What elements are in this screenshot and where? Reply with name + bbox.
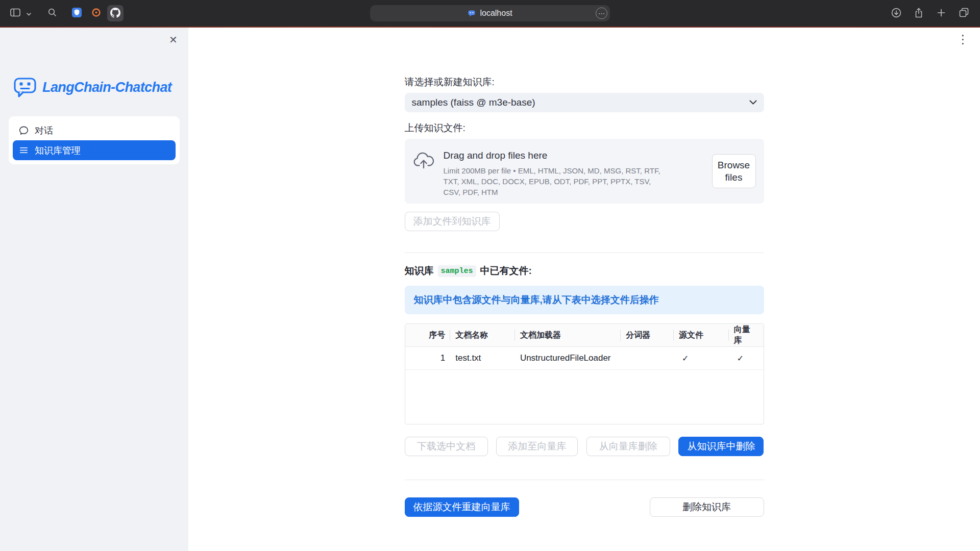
browser-toolbar: localhost ⋯: [0, 0, 980, 27]
file-actions-row: 下载选中文档 添加至向量库 从向量库删除 从知识库中删除: [405, 437, 764, 456]
remove-from-vector-store-button[interactable]: 从向量库删除: [586, 437, 670, 456]
kb-name-code: samples: [438, 265, 476, 277]
sidebar-toggle-button[interactable]: [7, 5, 23, 21]
chat-bubble-icon: [19, 126, 29, 135]
table-row[interactable]: 1 test.txt UnstructuredFileLoader ✓ ✓: [405, 347, 764, 370]
delete-kb-button[interactable]: 删除知识库: [650, 497, 764, 517]
kebab-menu-icon: ⋮: [957, 33, 969, 46]
column-header-source-file[interactable]: 源文件: [674, 324, 729, 346]
tabs-overview-icon: [959, 7, 969, 19]
extension-github-button[interactable]: [107, 5, 124, 21]
download-icon: [891, 7, 902, 20]
app-menu-button[interactable]: ⋮: [955, 32, 971, 47]
section-divider: [405, 253, 764, 253]
app-logo: LangChain-Chatchat: [13, 77, 188, 98]
download-selected-button[interactable]: 下载选中文档: [405, 437, 488, 456]
dropzone-texts: Drag and drop files here Limit 200MB per…: [444, 145, 703, 197]
url-text: localhost: [480, 9, 512, 18]
kb-select-label: 请选择或新建知识库:: [405, 76, 764, 89]
extensions-menu-button[interactable]: ⋯: [596, 8, 607, 19]
column-header-vector-store[interactable]: 向量库: [729, 324, 764, 346]
section-divider: [405, 480, 764, 480]
column-header-splitter[interactable]: 分词器: [621, 324, 674, 346]
sidebar-item-knowledge-base[interactable]: 知识库管理: [13, 140, 176, 160]
file-dropzone[interactable]: Drag and drop files here Limit 200MB per…: [405, 139, 764, 204]
address-bar[interactable]: localhost ⋯: [370, 5, 610, 21]
search-icon: [48, 8, 57, 18]
ellipsis-icon: ⋯: [598, 10, 605, 17]
column-header-index[interactable]: 序号: [405, 324, 451, 346]
cell-splitter: [621, 347, 674, 369]
ring-extension-icon: [91, 7, 102, 19]
cell-source-check: ✓: [674, 347, 729, 369]
chevron-down-icon: [749, 100, 757, 105]
sidebar-menu-chevron[interactable]: [24, 5, 33, 21]
files-table: 序号 文档名称 文档加载器 分词器 源文件 向量库 1 test.txt Uns…: [405, 323, 764, 424]
cell-index: 1: [405, 347, 451, 369]
sidebar-item-dialogue[interactable]: 对话: [13, 120, 176, 140]
delete-from-kb-button[interactable]: 从知识库中删除: [678, 437, 764, 456]
tab-overview-button[interactable]: [955, 5, 972, 21]
table-header-row: 序号 文档名称 文档加载器 分词器 源文件 向量库: [405, 324, 764, 347]
heading-prefix: 知识库: [405, 264, 434, 278]
sidebar-item-label: 知识库管理: [35, 144, 81, 157]
add-files-to-kb-button[interactable]: 添加文件到知识库: [405, 212, 500, 231]
share-button[interactable]: [911, 5, 927, 21]
search-button[interactable]: [44, 5, 60, 21]
downloads-button[interactable]: [888, 5, 904, 21]
dropzone-title: Drag and drop files here: [444, 149, 703, 162]
extension-blue-button[interactable]: [68, 5, 85, 21]
github-icon: [110, 8, 120, 19]
sidebar-nav: 对话 知识库管理: [9, 116, 180, 164]
cell-filename: test.txt: [450, 347, 515, 369]
cloud-upload-icon: [413, 152, 434, 169]
column-header-loader[interactable]: 文档加载器: [515, 324, 621, 346]
kb-files-heading: 知识库 samples 中已有文件:: [405, 264, 764, 278]
shield-extension-icon: [71, 7, 82, 19]
new-tab-button[interactable]: [933, 5, 949, 21]
kb-select[interactable]: samples (faiss @ m3e-base): [405, 93, 764, 112]
toolbar-left-group: [0, 5, 124, 21]
plus-icon: [937, 8, 946, 19]
main-area: ⋮ 请选择或新建知识库: samples (faiss @ m3e-base) …: [188, 28, 980, 551]
site-favicon: [468, 9, 476, 17]
chevron-down-icon: [27, 10, 31, 17]
share-icon: [914, 7, 924, 20]
info-banner: 知识库中包含源文件与向量库,请从下表中选择文件后操作: [405, 286, 764, 314]
logo-text: LangChain-Chatchat: [42, 80, 172, 95]
logo-chat-bubble-icon: [13, 77, 37, 98]
browse-files-button[interactable]: Browse files: [712, 154, 756, 189]
sidebar-close-button[interactable]: ✕: [166, 33, 180, 47]
app-sidebar: ✕ LangChain-Chatchat: [0, 28, 188, 551]
upload-label: 上传知识文件:: [405, 121, 764, 135]
add-to-vector-store-button[interactable]: 添加至向量库: [496, 437, 578, 456]
extension-orange-button[interactable]: [88, 5, 104, 21]
page-content: 请选择或新建知识库: samples (faiss @ m3e-base) 上传…: [405, 28, 764, 517]
browser-window: localhost ⋯: [0, 0, 980, 551]
kb-select-value: samples (faiss @ m3e-base): [412, 97, 535, 108]
kb-actions-row: 依据源文件重建向量库 删除知识库: [405, 497, 764, 517]
rebuild-vector-store-button[interactable]: 依据源文件重建向量库: [405, 497, 519, 517]
close-icon: ✕: [169, 34, 178, 45]
heading-suffix: 中已有文件:: [480, 264, 532, 278]
toolbar-right-group: [888, 5, 980, 21]
cell-loader: UnstructuredFileLoader: [515, 347, 621, 369]
sidebar-panel-icon: [10, 8, 20, 18]
sidebar-item-label: 对话: [35, 124, 53, 137]
cell-vector-check: ✓: [729, 347, 764, 369]
column-header-filename[interactable]: 文档名称: [450, 324, 515, 346]
knowledge-base-list-icon: [19, 145, 29, 155]
dropzone-limit-text: Limit 200MB per file • EML, HTML, JSON, …: [444, 165, 666, 197]
